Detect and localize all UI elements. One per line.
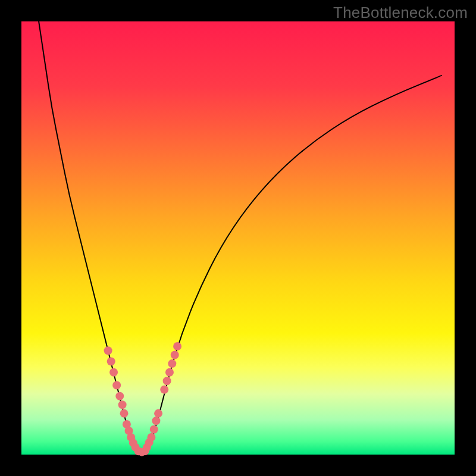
data-point xyxy=(109,368,118,377)
chart-svg xyxy=(0,0,476,476)
data-point xyxy=(168,359,176,368)
data-point xyxy=(120,409,129,418)
data-point xyxy=(115,392,124,400)
watermark: TheBottleneck.com xyxy=(333,4,468,22)
data-point xyxy=(165,368,174,377)
data-point xyxy=(112,381,121,390)
data-point xyxy=(173,342,181,350)
data-point xyxy=(107,357,115,365)
data-point xyxy=(150,425,158,434)
data-point xyxy=(118,400,127,409)
plot-background xyxy=(21,21,455,455)
data-point xyxy=(160,386,168,394)
chart-container: TheBottleneck.com xyxy=(0,0,476,476)
data-point xyxy=(152,416,160,425)
data-point xyxy=(163,377,171,385)
data-point xyxy=(154,409,162,418)
data-point xyxy=(104,346,112,355)
data-point xyxy=(171,351,179,359)
data-point xyxy=(147,433,155,441)
